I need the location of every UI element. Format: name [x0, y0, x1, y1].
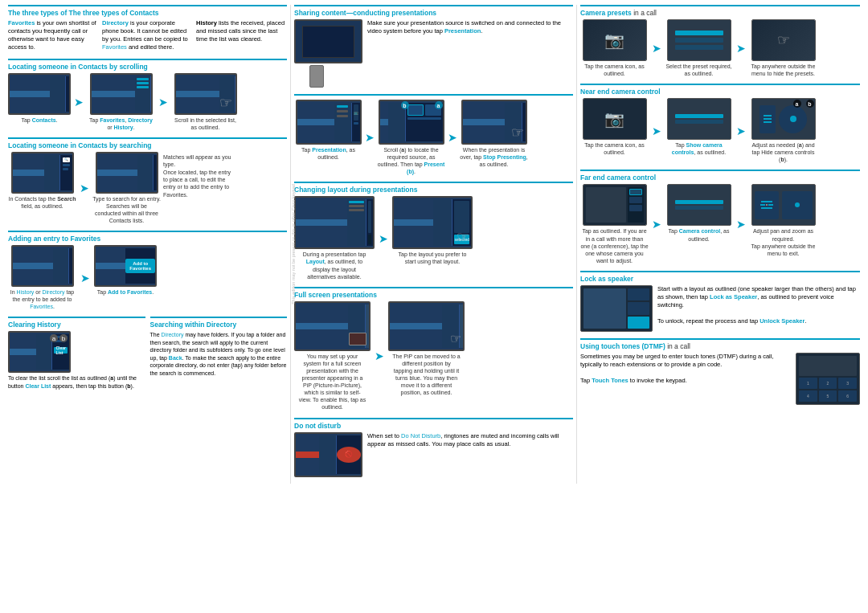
pres-steps-row: 📺 Tap Presentation, as outlined. ➤ — [294, 100, 573, 175]
pres-step-1: 📺 Tap Presentation, as outlined. — [294, 100, 362, 161]
search-img-1: 🔍 In Contacts tap the Search field, as o… — [8, 152, 76, 224]
far-end-caption-1: Tap as outlined. If you are in a call wi… — [580, 227, 649, 264]
section-title-far-end: Far end camera control — [580, 174, 860, 182]
far-end-screen-1 — [583, 184, 647, 226]
lock-speaker-text: Start with a layout as outlined (one spe… — [657, 285, 860, 326]
section-clear-history: Clearing History Clear List — [8, 317, 145, 390]
scroll-caption-3: Scroll in the selected list, as outlined… — [171, 116, 240, 131]
history-label: History — [196, 19, 217, 27]
layout-caption-2: Tap the layout you prefer to start using… — [399, 251, 467, 265]
preset-caption-3: Tap anywhere outside the menu to hide th… — [749, 63, 817, 77]
scroll-img-1: Tap Contacts. — [8, 73, 71, 124]
watermark-text: This edition may not be present on this … — [291, 184, 296, 304]
dtmf-text: Sometimes you may be urged to enter touc… — [580, 353, 791, 386]
fullscreen-caption-1: You may set up your system for a full sc… — [298, 353, 366, 411]
add-fav-img-1: In History or Directory tap the entry to… — [8, 245, 76, 310]
section-add-favorites: Adding an entry to Favorites — [8, 231, 287, 310]
section-dtmf: Using touch tones (DTMF) in a call Somet… — [580, 338, 860, 405]
section-lock-speaker: Lock as speaker — [580, 271, 860, 332]
far-end-img-1: Tap as outlined. If you are in a call wi… — [580, 184, 649, 264]
arrow-fav: ➤ — [80, 272, 90, 284]
arrow-near-2: ➤ — [736, 125, 746, 137]
section-title-dtmf: Using touch tones (DTMF) in a call — [580, 342, 860, 350]
sharing-desc: Make sure your presentation source is sw… — [367, 19, 573, 35]
favorites-label: Favorites — [8, 19, 35, 27]
camera-presets-row: 📷 Tap the camera icon, as outlined. ➤ — [580, 19, 860, 77]
clear-history-img: Clear List a b — [8, 331, 145, 373]
preset-img-2: Select the preset required, as outlined. — [665, 19, 733, 77]
dtmf-row: Sometimes you may be urged to enter touc… — [580, 353, 860, 405]
dnd-text: When set to Do Not Disturb, ringtones ar… — [367, 432, 573, 448]
arrow-near-1: ➤ — [652, 125, 661, 137]
near-end-caption-2: Tap Show camera controls, as outlined. — [665, 141, 733, 156]
arrow-preset-2: ➤ — [736, 42, 746, 55]
arrow-search: ➤ — [80, 182, 89, 194]
arrow-layout: ➤ — [379, 232, 388, 245]
layout-row: During a presentation tap Layout, as out… — [294, 196, 573, 280]
lock-speaker-screen — [580, 285, 653, 332]
section-title-scroll: Locating someone in Contacts by scrollin… — [8, 63, 287, 71]
layout-caption-1: During a presentation tap Layout, as out… — [301, 251, 369, 280]
pres-caption-2: Scroll (a) to locate the required source… — [377, 146, 445, 175]
type-directory: Directory is your corporate phone book. … — [102, 19, 193, 52]
dtmf-img: 1 2 3 4 5 6 — [796, 353, 860, 405]
add-fav-img-2: Add toFavorites Tap Add to Favorites. — [94, 245, 157, 296]
camera-screen-3: ☞ — [751, 19, 816, 61]
section-title-search-dir: Searching within Directory — [150, 321, 288, 329]
section-title-lock: Lock as speaker — [580, 275, 860, 283]
section-title-clear: Clearing History — [8, 321, 145, 329]
far-end-screen-3 — [751, 184, 816, 226]
dtmf-text-col: Sometimes you may be urged to enter touc… — [580, 353, 791, 386]
pres-step-2: b a Scroll (a) to locate the required so… — [377, 100, 445, 175]
near-end-img-1: 📷 Tap the camera icon, as outlined. — [580, 98, 649, 156]
section-layout: Changing layout during presentations — [294, 182, 573, 280]
pres-step-3: ☞ When the presentation is over, tap Sto… — [460, 100, 528, 168]
add-fav-row: In History or Directory tap the entry to… — [8, 245, 287, 310]
far-end-row: Tap as outlined. If you are in a call wi… — [580, 184, 860, 264]
preset-caption-1: Tap the camera icon, as outlined. — [580, 63, 649, 77]
fullscreen-img-2: ☞ The PiP can be moved to a different po… — [388, 301, 465, 397]
layout-img-2: selected ☞ Tap the layout you prefer to … — [392, 196, 473, 265]
scroll-caption-1: Tap Contacts. — [21, 116, 57, 124]
clear-history-caption: To clear the list scroll the list as out… — [8, 374, 145, 390]
title-text: The three types of The three types of Co… — [8, 9, 159, 17]
type-favorites: Favorites is your own shortlist of conta… — [8, 19, 99, 52]
search-img-2: Type to search for an entry. Searches wi… — [92, 152, 161, 224]
dtmf-screen: 1 2 3 4 5 6 — [796, 353, 860, 405]
scroll-img-2: Tap Favorites, Directory or History. — [87, 73, 155, 131]
arrow-far-1: ➤ — [652, 218, 661, 231]
section-three-types: The three types of The three types of Co… — [8, 5, 287, 52]
near-end-row: 📷 Tap the camera icon, as outlined. ➤ Ta… — [580, 98, 860, 163]
section-title-search: Locating someone in Contacts by searchin… — [8, 141, 287, 149]
fullscreen-row: You may set up your system for a full sc… — [294, 301, 573, 411]
arrow-preset-1: ➤ — [652, 42, 661, 55]
preset-img-3: ☞ Tap anywhere outside the menu to hide … — [749, 19, 817, 77]
sharing-content-row: Make sure your presentation source is sw… — [294, 19, 573, 88]
section-title-fullscreen: Full screen presentations — [294, 291, 573, 299]
preset-caption-2: Select the preset required, as outlined. — [665, 63, 733, 77]
add-fav-caption-2: Tap Add to Favorites. — [97, 288, 154, 296]
section-camera-presets: Camera presets in a call 📷 Tap the camer… — [580, 5, 860, 77]
near-end-img-2: Tap Show camera controls, as outlined. — [665, 98, 733, 156]
fullscreen-caption-2: The PiP can be moved to a different posi… — [392, 353, 461, 397]
section-title-add-fav: Adding an entry to Favorites — [8, 235, 287, 243]
add-fav-caption-1: In History or Directory tap the entry to… — [8, 288, 76, 310]
directory-label: Directory — [102, 19, 129, 27]
bottom-two-col: Clearing History Clear List — [8, 317, 287, 394]
far-end-img-3: Adjust pan and zoom as required.Tap anyw… — [749, 184, 817, 256]
section-dnd: Do not disturb 🚫 When set to Do Not Dist… — [294, 418, 573, 477]
far-end-screen-2 — [667, 184, 731, 226]
section-search-dir: Searching within Directory The Directory… — [150, 317, 288, 390]
pres-caption-1: Tap Presentation, as outlined. — [294, 146, 362, 161]
section-title-near-end: Near end camera control — [580, 88, 860, 96]
arrow-far-2: ➤ — [736, 218, 746, 231]
scroll-images-row: Tap Contacts. ➤ — [8, 73, 287, 131]
far-end-img-2: Tap Camera control, as outlined. — [665, 184, 733, 242]
dnd-row: 🚫 When set to Do Not Disturb, ringtones … — [294, 432, 573, 477]
scroll-img-3: ☞ Scroll in the selected list, as outlin… — [171, 73, 240, 131]
camera-screen-2 — [667, 19, 731, 61]
laptop-illustration — [294, 19, 362, 88]
near-end-screen-1: 📷 — [583, 98, 647, 140]
near-end-caption-1: Tap the camera icon, as outlined. — [580, 141, 649, 156]
section-title-layout: Changing layout during presentations — [294, 186, 573, 194]
